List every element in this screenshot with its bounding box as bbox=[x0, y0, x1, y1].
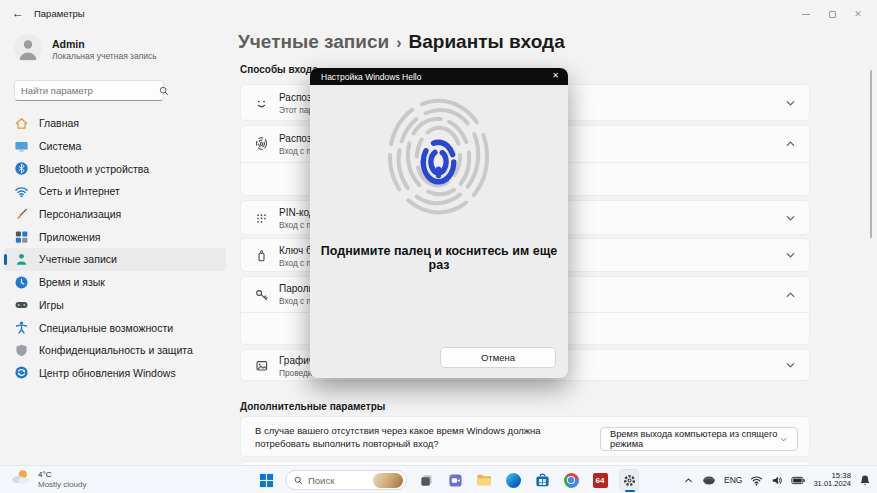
search-highlight-image[interactable] bbox=[373, 473, 403, 488]
page-title: Варианты входа bbox=[409, 31, 565, 52]
windows-hello-dialog: Настройка Windows Hello ✕ Поднимите пале… bbox=[310, 68, 568, 378]
accessibility-icon bbox=[14, 320, 29, 335]
taskbar-search-input[interactable] bbox=[308, 475, 373, 486]
file-explorer-icon[interactable] bbox=[474, 469, 494, 491]
sidebar-item-personalization[interactable]: Персонализация bbox=[4, 203, 226, 226]
breadcrumb-separator: › bbox=[389, 34, 408, 51]
tray-date: 31.01.2024 bbox=[813, 480, 851, 489]
app-64-icon[interactable]: 64 bbox=[590, 469, 610, 491]
edge-icon[interactable] bbox=[503, 469, 523, 491]
minimize-button[interactable] bbox=[793, 0, 819, 28]
dialog-close-icon[interactable]: ✕ bbox=[552, 71, 559, 80]
fingerprint-icon bbox=[254, 136, 269, 151]
weather-temp: 4°C bbox=[38, 470, 86, 479]
accounts-icon bbox=[14, 252, 29, 267]
fingerprint-illustration bbox=[371, 90, 506, 229]
chevron-down-icon[interactable] bbox=[784, 249, 797, 262]
sidebar-item-network[interactable]: Сеть и Интернет bbox=[4, 180, 226, 203]
sidebar-item-time-language[interactable]: Время и язык bbox=[4, 271, 226, 294]
sidebar-item-label: Центр обновления Windows bbox=[39, 367, 176, 379]
search-icon bbox=[294, 476, 303, 485]
sidebar-item-windows-update[interactable]: Центр обновления Windows bbox=[4, 362, 226, 385]
sidebar-item-home[interactable]: Главная bbox=[4, 112, 226, 135]
weather-desc: Mostly cloudy bbox=[38, 480, 86, 489]
maximize-button[interactable] bbox=[819, 0, 845, 28]
chevron-up-icon[interactable] bbox=[784, 138, 797, 151]
sidebar-item-label: Специальные возможности bbox=[39, 322, 173, 334]
chevron-down-icon bbox=[779, 434, 788, 445]
sidebar-item-privacy[interactable]: Конфиденциальность и защита bbox=[4, 339, 226, 362]
chat-icon[interactable] bbox=[445, 469, 465, 491]
scrollbar[interactable] bbox=[870, 70, 872, 238]
search-icon bbox=[159, 86, 169, 96]
sidebar-item-label: Конфиденциальность и защита bbox=[39, 344, 193, 356]
chevron-down-icon[interactable] bbox=[784, 96, 797, 109]
sidebar-item-label: Главная bbox=[39, 117, 79, 129]
settings-app-icon[interactable] bbox=[619, 469, 639, 491]
sidebar-item-gaming[interactable]: Игры bbox=[4, 294, 226, 317]
microsoft-store-icon[interactable] bbox=[532, 469, 552, 491]
shield-icon bbox=[14, 343, 29, 358]
search-input[interactable] bbox=[15, 85, 159, 96]
apps-icon bbox=[14, 229, 29, 244]
security-key-icon bbox=[254, 248, 269, 263]
chrome-icon[interactable] bbox=[561, 469, 581, 491]
sidebar-item-label: Сеть и Интернет bbox=[39, 185, 120, 197]
close-button[interactable]: ✕ bbox=[845, 0, 871, 28]
taskbar: 4°C Mostly cloudy bbox=[0, 465, 877, 493]
notification-bell-icon[interactable] bbox=[859, 474, 871, 487]
breadcrumb-parent[interactable]: Учетные записи bbox=[238, 31, 389, 52]
sidebar-item-bluetooth[interactable]: Bluetooth и устройства bbox=[4, 157, 226, 180]
face-icon bbox=[254, 96, 269, 111]
sidebar-item-accounts[interactable]: Учетные записи bbox=[4, 248, 226, 271]
task-view-button[interactable] bbox=[416, 469, 436, 491]
sidebar-item-label: Игры bbox=[39, 299, 64, 311]
tray-app-icon[interactable] bbox=[702, 475, 716, 486]
brush-icon bbox=[14, 207, 29, 222]
sidebar-item-label: Учетные записи bbox=[39, 253, 117, 265]
taskbar-weather-widget[interactable]: 4°C Mostly cloudy bbox=[10, 468, 86, 490]
back-icon[interactable]: ← bbox=[12, 6, 24, 20]
weather-icon bbox=[10, 468, 32, 490]
cancel-button[interactable]: Отмена bbox=[440, 347, 556, 368]
taskbar-search[interactable] bbox=[285, 470, 407, 490]
tray-wifi-icon[interactable] bbox=[750, 475, 763, 486]
section-signin-methods: Способы входа bbox=[240, 64, 318, 75]
chevron-up-icon[interactable] bbox=[784, 288, 797, 301]
bluetooth-icon bbox=[14, 161, 29, 176]
sidebar-item-label: Приложения bbox=[39, 231, 100, 243]
start-button[interactable] bbox=[256, 469, 276, 491]
sidebar-item-label: Система bbox=[39, 140, 81, 152]
sidebar-item-label: Персонализация bbox=[39, 208, 121, 220]
tray-language[interactable]: ENG bbox=[724, 475, 742, 485]
tray-volume-icon[interactable] bbox=[771, 475, 783, 486]
breadcrumb: Учетные записи›Варианты входа bbox=[238, 31, 565, 53]
settings-search[interactable] bbox=[14, 80, 164, 101]
user-name: Admin bbox=[52, 38, 85, 50]
sidebar-item-label: Bluetooth и устройства bbox=[39, 163, 149, 175]
tray-chevron-up-icon[interactable] bbox=[683, 475, 694, 486]
key-icon bbox=[254, 287, 269, 302]
settings-window: ← Параметры ✕ Admin Локальная учетная за… bbox=[0, 0, 877, 493]
picture-icon bbox=[254, 358, 269, 373]
tray-battery-icon[interactable] bbox=[791, 476, 805, 485]
wake-time-dropdown[interactable]: Время выхода компьютера из спящего режим… bbox=[600, 427, 798, 451]
chevron-down-icon[interactable] bbox=[784, 211, 797, 224]
sidebar-item-system[interactable]: Система bbox=[4, 135, 226, 158]
section-additional: Дополнительные параметры bbox=[240, 401, 385, 412]
dialog-titlebar: Настройка Windows Hello ✕ bbox=[310, 68, 568, 85]
dropdown-value: Время выхода компьютера из спящего режим… bbox=[610, 429, 779, 449]
sidebar-item-apps[interactable]: Приложения bbox=[4, 225, 226, 248]
avatar[interactable] bbox=[14, 34, 42, 62]
gamepad-icon bbox=[14, 297, 29, 312]
sidebar-item-label: Время и язык bbox=[39, 276, 105, 288]
sidebar-item-accessibility[interactable]: Специальные возможности bbox=[4, 316, 226, 339]
sidebar-nav: Главная Система Bluetooth и устройства С… bbox=[4, 112, 226, 384]
wifi-icon bbox=[14, 184, 29, 199]
tray-clock[interactable]: 15:38 31.01.2024 bbox=[813, 472, 851, 489]
pin-icon bbox=[254, 211, 269, 226]
chevron-down-icon[interactable] bbox=[784, 359, 797, 372]
badge-64-label: 64 bbox=[593, 473, 608, 488]
window-titlebar: ← Параметры ✕ bbox=[0, 0, 877, 30]
windows-update-icon bbox=[14, 365, 29, 380]
